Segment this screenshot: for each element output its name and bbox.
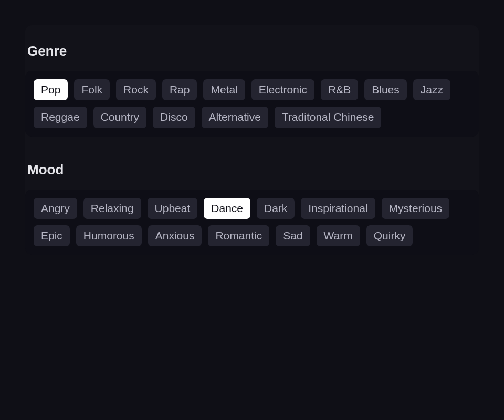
tag-blues[interactable]: Blues <box>364 79 407 100</box>
mood-section: Mood Angry Relaxing Upbeat Dance Dark In… <box>25 162 479 255</box>
tag-alternative[interactable]: Alternative <box>202 107 268 128</box>
tag-anxious[interactable]: Anxious <box>148 225 202 246</box>
tag-jazz[interactable]: Jazz <box>413 79 450 100</box>
tag-inspirational[interactable]: Inspirational <box>301 198 375 219</box>
tag-relaxing[interactable]: Relaxing <box>83 198 141 219</box>
tag-metal[interactable]: Metal <box>203 79 245 100</box>
filter-container: Genre Pop Folk Rock Rap Metal Electronic… <box>25 25 479 255</box>
tag-dance[interactable]: Dance <box>204 198 250 219</box>
tag-traditional-chinese[interactable]: Traditonal Chinese <box>275 107 382 128</box>
tag-angry[interactable]: Angry <box>34 198 77 219</box>
tag-upbeat[interactable]: Upbeat <box>148 198 198 219</box>
tag-folk[interactable]: Folk <box>74 79 110 100</box>
tag-dark[interactable]: Dark <box>257 198 295 219</box>
tag-country[interactable]: Country <box>93 107 147 128</box>
genre-section: Genre Pop Folk Rock Rap Metal Electronic… <box>25 43 479 136</box>
mood-tag-panel: Angry Relaxing Upbeat Dance Dark Inspira… <box>25 190 479 255</box>
tag-rock[interactable]: Rock <box>116 79 156 100</box>
tag-epic[interactable]: Epic <box>34 225 70 246</box>
tag-mysterious[interactable]: Mysterious <box>382 198 450 219</box>
tag-rnb[interactable]: R&B <box>321 79 358 100</box>
tag-electronic[interactable]: Electronic <box>251 79 314 100</box>
genre-title: Genre <box>25 43 479 59</box>
tag-quirky[interactable]: Quirky <box>366 225 413 246</box>
tag-disco[interactable]: Disco <box>153 107 195 128</box>
tag-reggae[interactable]: Reggae <box>34 107 87 128</box>
tag-warm[interactable]: Warm <box>317 225 360 246</box>
tag-rap[interactable]: Rap <box>162 79 197 100</box>
tag-romantic[interactable]: Romantic <box>208 225 269 246</box>
mood-title: Mood <box>25 162 479 178</box>
tag-humorous[interactable]: Humorous <box>76 225 142 246</box>
genre-tag-panel: Pop Folk Rock Rap Metal Electronic R&B B… <box>25 71 479 136</box>
tag-sad[interactable]: Sad <box>276 225 310 246</box>
tag-pop[interactable]: Pop <box>34 79 68 100</box>
